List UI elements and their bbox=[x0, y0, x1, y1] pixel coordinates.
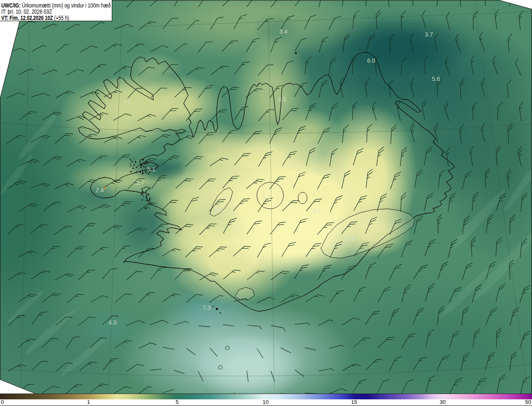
svg-text:3.4: 3.4 bbox=[279, 28, 288, 35]
svg-text:4.0: 4.0 bbox=[108, 319, 117, 326]
svg-text:1.6: 1.6 bbox=[347, 236, 355, 242]
svg-text:0.9: 0.9 bbox=[313, 208, 321, 214]
svg-text:2.4: 2.4 bbox=[96, 187, 104, 193]
svg-text:7.3: 7.3 bbox=[202, 304, 211, 311]
svg-text:2.2: 2.2 bbox=[123, 99, 131, 106]
svg-text:6.0: 6.0 bbox=[367, 57, 375, 64]
svg-text:1.1: 1.1 bbox=[262, 193, 271, 200]
svg-text:2.7: 2.7 bbox=[215, 206, 223, 213]
svg-text:3.7: 3.7 bbox=[425, 31, 433, 38]
svg-text:5.6: 5.6 bbox=[432, 76, 440, 82]
svg-text:2.7: 2.7 bbox=[136, 179, 144, 186]
svg-text:4.5: 4.5 bbox=[278, 96, 286, 103]
svg-text:5.1: 5.1 bbox=[147, 166, 155, 173]
